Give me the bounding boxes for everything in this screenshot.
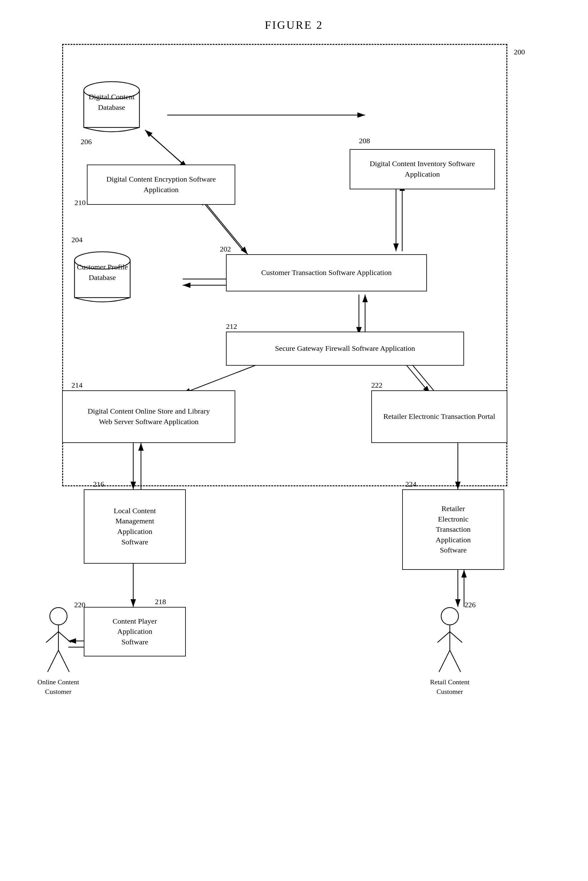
content-player-num: 218 [155,598,166,606]
retailer-portal-label: Retailer Electronic Transaction Portal [383,412,495,422]
page-title: FIGURE 2 [0,0,588,44]
customer-transaction-num: 202 [220,245,231,253]
online-store-box: Digital Content Online Store and Library… [62,390,235,443]
digital-content-db-label: Digital Content Database [84,92,140,113]
online-store-label: Digital Content Online Store and Library… [87,406,210,427]
local-content-num: 216 [93,480,104,489]
svg-point-35 [441,607,459,625]
retailer-portal-num: 222 [371,381,382,389]
secure-gateway-num: 212 [226,322,237,331]
online-customer-label: Online Content Customer [38,678,79,697]
encryption-app-num: 210 [75,198,86,207]
inventory-app-num: 208 [359,137,370,145]
online-store-num: 214 [71,381,82,389]
online-customer-num: 220 [74,601,86,609]
svg-point-29 [50,607,67,625]
svg-line-34 [58,650,69,672]
secure-gateway-box: Secure Gateway Firewall Software Applica… [226,332,464,365]
retail-customer-figure: Retail Content Customer 226 [430,607,470,697]
retailer-transaction-label: Retailer Electronic Transaction Applicat… [436,504,471,556]
digital-content-db-cylinder: Digital Content Database 206 [81,75,142,137]
customer-transaction-label: Customer Transaction Software Applicatio… [261,268,392,278]
content-player-label: Content Player Application Software [112,616,157,648]
retail-customer-label: Retail Content Customer [430,678,470,697]
svg-line-39 [439,650,450,672]
customer-profile-db-cylinder: Customer Profile Database 204 [71,245,133,307]
encryption-app-label: Digital Content Encryption Software Appl… [106,174,216,195]
svg-line-38 [450,632,462,642]
outer-box-label: 200 [514,48,525,56]
svg-line-37 [438,632,450,642]
inventory-app-label: Digital Content Inventory Software Appli… [370,159,475,179]
local-content-box: Local Content Management Application Sof… [84,489,186,564]
svg-line-33 [48,650,58,672]
svg-line-31 [46,632,58,642]
customer-profile-label: Customer Profile Database [75,262,130,283]
encryption-app-box: Digital Content Encryption Software Appl… [87,165,235,205]
customer-profile-num: 204 [71,236,82,244]
secure-gateway-label: Secure Gateway Firewall Software Applica… [275,343,415,354]
retailer-transaction-num: 224 [405,480,416,489]
customer-transaction-box: Customer Transaction Software Applicatio… [226,254,427,292]
retailer-transaction-box: Retailer Electronic Transaction Applicat… [402,489,504,570]
digital-content-db-num: 206 [81,138,92,146]
inventory-app-box: Digital Content Inventory Software Appli… [350,149,495,189]
svg-line-40 [450,650,460,672]
svg-line-32 [58,632,71,642]
retail-customer-num: 226 [465,601,476,609]
local-content-label: Local Content Management Application Sof… [114,506,156,547]
online-customer-figure: Online Content Customer 220 [38,607,79,697]
content-player-box: Content Player Application Software [84,607,186,656]
retailer-portal-box: Retailer Electronic Transaction Portal [371,390,507,443]
